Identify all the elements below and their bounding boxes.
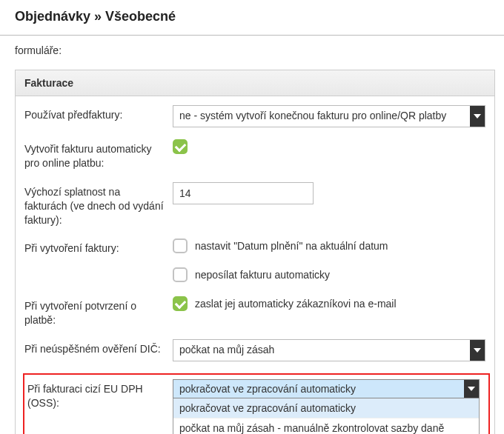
chevron-down-icon xyxy=(470,340,485,361)
oss-option[interactable]: počkat na můj zásah - manuálně zkontrolo… xyxy=(173,418,479,434)
chevron-down-icon xyxy=(464,380,479,398)
overeni-dic-select[interactable]: počkat na můj zásah xyxy=(173,339,485,361)
auto-online-checkbox[interactable] xyxy=(173,139,188,154)
invoicing-panel: Fakturace Používat předfaktury: ne - sys… xyxy=(15,70,495,434)
zaslat-email-text: zaslat jej automaticky zákazníkovi na e-… xyxy=(195,298,397,310)
neposilat-checkbox[interactable] xyxy=(173,267,188,282)
overeni-dic-label: Při neúspěšném ověření DIČ: xyxy=(24,339,173,356)
panel-title: Fakturace xyxy=(16,70,494,96)
datum-plneni-checkbox[interactable] xyxy=(173,238,188,253)
oss-selected-value: pokračovat ve zpracování automaticky xyxy=(173,381,464,397)
oss-option[interactable]: pokračovat ve zpracování automaticky xyxy=(173,398,479,418)
oss-select[interactable]: pokračovat ve zpracování automaticky pok… xyxy=(173,379,480,434)
oss-label: Při fakturaci cizí EU DPH (OSS): xyxy=(24,379,173,434)
page-title: Objednávky » Všeobecné xyxy=(15,9,489,24)
auto-online-label: Vytvořit fakturu automaticky pro online … xyxy=(24,139,173,170)
prefaktury-label: Používat předfaktury: xyxy=(24,105,173,122)
stray-label: formuláře: xyxy=(15,43,495,56)
chevron-down-icon xyxy=(470,106,485,127)
splatnost-label: Výchozí splatnost na fakturách (ve dnech… xyxy=(24,182,173,227)
pri-vytvoreni-label: Při vytvoření faktury: xyxy=(24,238,173,256)
potvrzeni-label: Při vytvoření potvrzení o platbě: xyxy=(24,296,173,327)
prefaktury-value: ne - systém vytvoří konečnou fakturu pro… xyxy=(173,106,470,127)
prefaktury-select[interactable]: ne - systém vytvoří konečnou fakturu pro… xyxy=(173,105,485,127)
zaslat-email-checkbox[interactable] xyxy=(173,296,188,311)
datum-plneni-text: nastavit "Datum plnění" na aktuální datu… xyxy=(195,240,388,252)
oss-row-highlight: Při fakturaci cizí EU DPH (OSS): pokračo… xyxy=(23,373,490,434)
neposilat-text: neposílat fakturu automaticky xyxy=(195,269,330,281)
splatnost-input[interactable] xyxy=(173,182,314,204)
breadcrumb-header: Objednávky » Všeobecné xyxy=(0,0,504,36)
oss-dropdown-list: pokračovat ve zpracování automaticky poč… xyxy=(173,398,480,434)
overeni-dic-value: počkat na můj zásah xyxy=(173,340,470,361)
